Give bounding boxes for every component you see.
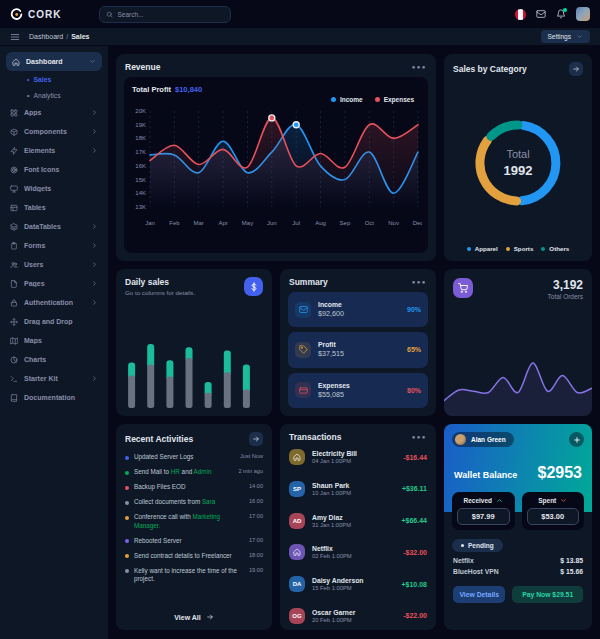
svg-text:19K: 19K <box>135 122 146 128</box>
sidebar-item-datatables[interactable]: DataTables <box>0 217 108 236</box>
legend-apparel[interactable]: Apparel <box>467 245 498 252</box>
summary-label: Income <box>318 301 344 308</box>
svg-text:Mar: Mar <box>194 220 204 226</box>
svg-text:Feb: Feb <box>169 220 180 226</box>
spent-box[interactable]: Spent $53.00 <box>522 492 585 530</box>
wallet-user-name: Alan Green <box>471 436 506 443</box>
transaction-date: 04 Jan 1:00PM <box>312 458 357 464</box>
revenue-menu-icon[interactable]: ●●● <box>412 64 427 70</box>
sidebar-item-analytics[interactable]: •Analytics <box>0 87 108 103</box>
transaction-name: Daisy Anderson <box>312 577 364 584</box>
activity-text: Send Mail to HR and Admin <box>134 468 233 477</box>
revenue-legend: IncomeExpenses <box>130 94 422 103</box>
chevron-right-icon <box>91 128 98 135</box>
settings-button[interactable]: Settings <box>541 30 591 43</box>
activity-dot-icon <box>125 486 129 490</box>
legend-expenses[interactable]: Expenses <box>375 96 414 103</box>
sidebar-item-tables[interactable]: Tables <box>0 198 108 217</box>
activity-item: Conference call with Marketing Manager.1… <box>125 513 263 530</box>
sidebar-item-drag-and-drop[interactable]: Drag and Drop <box>0 312 108 331</box>
sidebar-item-users[interactable]: Users <box>0 255 108 274</box>
transactions-menu-icon[interactable]: ●●● <box>412 434 427 440</box>
book-icon <box>10 394 18 402</box>
sidebar-item-font-icons[interactable]: Font Icons <box>0 160 108 179</box>
wallet-item-amount: $ 13.85 <box>560 557 583 564</box>
sidebar-item-components[interactable]: Components <box>0 122 108 141</box>
transaction-row[interactable]: Netflix02 Feb 1:00PM-$32.00 <box>289 544 427 560</box>
avatar-initials: DA <box>289 576 305 592</box>
summary-menu-icon[interactable]: ●●● <box>412 279 427 285</box>
breadcrumb-section[interactable]: Dashboard <box>29 33 63 40</box>
activity-text: Rebooted Server <box>134 537 244 546</box>
svg-text:Dec: Dec <box>413 220 422 226</box>
notification-dot <box>563 8 567 12</box>
activity-time: 19:00 <box>249 567 263 573</box>
sidebar-item-label: Maps <box>24 337 98 344</box>
transaction-row[interactable]: ADAmy Diaz31 Jan 1:00PM+$66.44 <box>289 513 427 529</box>
transaction-amount: -$32.00 <box>403 549 427 556</box>
legend-sports[interactable]: Sports <box>506 245 534 252</box>
activity-text: Backup Files EOD <box>134 483 244 492</box>
cart-icon[interactable] <box>453 278 473 298</box>
view-all-link[interactable]: View All <box>116 609 272 630</box>
language-flag-icon[interactable] <box>515 9 526 20</box>
view-details-button[interactable]: View Details <box>453 586 505 603</box>
summary-card: Summary ●●● Income$92,60090%Profit$37,51… <box>280 269 436 416</box>
sidebar-item-label: Starter Kit <box>24 375 85 382</box>
home-icon <box>289 544 305 560</box>
sidebar-item-apps[interactable]: Apps <box>0 103 108 122</box>
brand[interactable]: CORK <box>10 8 61 21</box>
received-box[interactable]: Received $97.99 <box>452 492 515 530</box>
svg-text:Total: Total <box>506 148 529 160</box>
sales-by-category-card: Sales by Category Total1992 ApparelSport… <box>444 54 592 261</box>
transaction-row[interactable]: Electricity Bill04 Jan 1:00PM-$16.44 <box>289 449 427 465</box>
legend-income[interactable]: Income <box>331 96 363 103</box>
sidebar-item-charts[interactable]: Charts <box>0 350 108 369</box>
search-box <box>99 6 231 23</box>
menu-toggle-icon[interactable] <box>10 32 20 42</box>
wallet-user-pill[interactable]: Alan Green <box>452 432 514 447</box>
transaction-row[interactable]: OGOscar Garner20 Feb 1:00PM-$22.00 <box>289 608 427 624</box>
search-input[interactable] <box>117 11 224 18</box>
chevron-up-icon <box>496 497 503 504</box>
transaction-amount: +$36.11 <box>402 485 427 492</box>
category-expand-button[interactable] <box>569 62 583 76</box>
sidebar-item-starter-kit[interactable]: Starter Kit <box>0 369 108 388</box>
activity-item: Rebooted Server17:00 <box>125 537 263 546</box>
legend-others[interactable]: Others <box>541 245 569 252</box>
sidebar-item-maps[interactable]: Maps <box>0 331 108 350</box>
sidebar-item-elements[interactable]: Elements <box>0 141 108 160</box>
sidebar-item-authentication[interactable]: Authentication <box>0 293 108 312</box>
sidebar-item-sales[interactable]: •Sales <box>0 71 108 87</box>
transaction-row[interactable]: SPShaun Park10 Jan 1:00PM+$36.11 <box>289 481 427 497</box>
sidebar-item-widgets[interactable]: Widgets <box>0 179 108 198</box>
user-avatar[interactable] <box>576 7 590 21</box>
sidebar-item-label: Pages <box>24 280 85 287</box>
sidebar-item-dashboard[interactable]: Dashboard <box>6 52 102 71</box>
brand-name: CORK <box>28 9 61 20</box>
sidebar-item-label: DataTables <box>24 223 85 230</box>
notifications-icon[interactable] <box>556 9 566 19</box>
transaction-amount: +$66.44 <box>402 517 428 524</box>
activity-dot-icon <box>125 569 129 573</box>
breadcrumb-page: Sales <box>71 33 89 40</box>
svg-text:13K: 13K <box>135 204 146 210</box>
activity-time: Just Now <box>240 453 263 459</box>
transaction-row[interactable]: DADaisy Anderson15 Feb 1:00PM+$10.08 <box>289 576 427 592</box>
svg-text:18K: 18K <box>135 135 146 141</box>
sidebar-item-forms[interactable]: Forms <box>0 236 108 255</box>
sidebar-item-documentation[interactable]: Documentation <box>0 388 108 407</box>
transaction-name: Electricity Bill <box>312 450 357 457</box>
chevron-down-icon <box>89 58 96 65</box>
activity-time: 17:00 <box>249 513 263 519</box>
activities-expand-button[interactable] <box>249 432 263 446</box>
pay-now-button[interactable]: Pay Now $29.51 <box>512 586 583 603</box>
sidebar-item-pages[interactable]: Pages <box>0 274 108 293</box>
activity-dot-icon <box>125 501 129 505</box>
dollar-button[interactable] <box>244 277 263 296</box>
activity-time: 16:00 <box>249 498 263 504</box>
wallet-add-button[interactable] <box>569 432 584 447</box>
chevron-right-icon <box>91 242 98 249</box>
messages-icon[interactable] <box>536 9 546 19</box>
bullet-icon: • <box>27 92 29 99</box>
